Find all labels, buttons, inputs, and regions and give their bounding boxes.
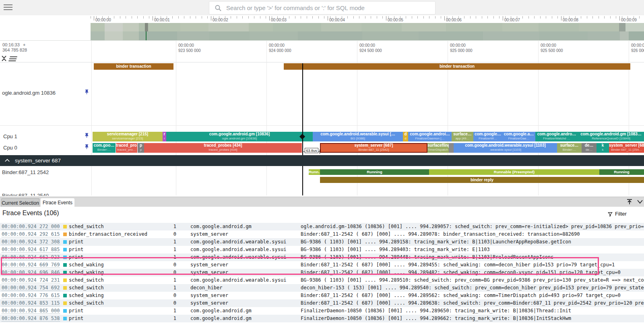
cpu-slice[interactable]: surface…app [49… xyxy=(452,132,473,141)
track-label-gm-process[interactable]: ogle.android.gm 10836 xyxy=(2,90,56,96)
menu-icon[interactable] xyxy=(4,4,12,11)
process-name: system_server xyxy=(190,299,228,307)
table-row[interactable]: 00:00:00.924 372 308print1com.google.and… xyxy=(0,238,644,246)
slice-label: surfaceflinger… xyxy=(427,143,449,148)
slice-label: Running xyxy=(599,169,644,175)
cpu-slice[interactable]: com.google.android.wearable.sysui […BG [… xyxy=(313,132,403,141)
event-args: BG-9386 ( 1103) [001] .... 994.289403: t… xyxy=(301,246,644,253)
viewport-marker[interactable] xyxy=(145,23,148,31)
table-row[interactable]: 00:00:00.924 865 000print1com.google.and… xyxy=(0,307,644,315)
thread-state-slice[interactable]: Runnable (Preempted) xyxy=(429,169,599,175)
table-row[interactable]: 00:00:00.924 617 885print1com.google.and… xyxy=(0,246,644,253)
minimap-segment xyxy=(362,31,419,40)
cpu-slice[interactable]: traced_probes [434]traced_probes [434] xyxy=(144,143,302,153)
ruler-major-tick xyxy=(619,16,620,21)
cpu-slice[interactable]: com.google…FinalizerW… xyxy=(473,132,502,141)
table-row[interactable]: 00:00:00.924 292 615binder_transaction_r… xyxy=(0,230,644,238)
overview-ruler[interactable]: 00:00:0000:00:0100:00:0200:00:0300:00:04… xyxy=(0,15,644,23)
minimap-segment xyxy=(123,31,139,40)
table-row[interactable]: 00:00:00.924 876 538print1com.google.and… xyxy=(0,315,644,322)
top-bar: Search or type '>' for commands or ':' f… xyxy=(0,0,644,15)
slice-sublabel: app [49… xyxy=(452,137,473,140)
cpu-slice[interactable]: de…de… xyxy=(582,143,597,153)
binder-reply-slice[interactable]: binder reply xyxy=(320,177,644,183)
table-row[interactable]: 00:00:00.924 669 769sched_waking0system_… xyxy=(0,261,644,269)
timestamp-link[interactable]: 00:00:00.924 617 885 xyxy=(2,246,60,253)
chevron-up-icon[interactable] xyxy=(4,158,10,164)
event-name: print xyxy=(69,246,83,253)
timestamp-link[interactable]: 00:00:00.924 776 615 xyxy=(2,292,60,299)
event-args: Binder:687_11-2542 ( 687) [000] .... 994… xyxy=(301,299,644,307)
timestamp-link[interactable]: 00:00:00.924 662 923 xyxy=(2,254,60,260)
track-options-icon[interactable] xyxy=(8,56,17,61)
cpu-slice[interactable]: com.google.androi…FinalizerDaemon [… xyxy=(408,132,452,141)
cpu-slice[interactable]: surface…Binder:… xyxy=(557,143,582,153)
cpu-slice[interactable]: com.google.android.gm [10836]ogle.androi… xyxy=(166,132,313,141)
cpu-slice[interactable]: surfaceflinger…TimerDispatch … xyxy=(427,143,449,153)
chevron-down-icon[interactable] xyxy=(637,199,643,204)
timestamp-link[interactable]: 00:00:00.924 853 115 xyxy=(2,300,60,306)
table-row[interactable]: 00:00:00.924 272 000sched_switch1com.goo… xyxy=(0,223,644,230)
binder-transaction-slice[interactable]: binder transaction xyxy=(284,63,630,70)
cpu-slice[interactable]: servicemanager [215]servicemanager [215] xyxy=(93,132,163,141)
filter-button[interactable]: Filter xyxy=(607,212,613,219)
track-label-clipped[interactable]: Binder:687_11 2540 xyxy=(2,193,49,196)
tab-current-selection[interactable]: Current Selection xyxy=(1,198,39,207)
timestamp-link[interactable]: 00:00:00.924 724 231 xyxy=(2,277,60,283)
slice-label: com.google.android.wearable.sysui [… xyxy=(313,132,403,137)
slice-label: com.google.a… xyxy=(502,132,535,137)
timestamp-link[interactable]: 00:00:00.924 865 000 xyxy=(2,307,60,314)
cpu-slice[interactable]: system_server [687]Binder:687_11 [254… xyxy=(609,143,644,153)
cpu-slice[interactable]: rr xyxy=(163,132,166,141)
cpu-slice[interactable]: com.goo…Binder:… xyxy=(93,143,116,153)
table-row[interactable]: 00:00:00.924 662 923print1com.google.and… xyxy=(0,253,644,261)
table-row[interactable]: 00:00:00.924 724 231sched_switch1com.goo… xyxy=(0,276,644,284)
search-input[interactable]: Search or type '>' for commands or ':' f… xyxy=(209,1,436,15)
table-row[interactable]: 00:00:00.924 853 115sched_switch0system_… xyxy=(0,299,644,307)
cpu-slice[interactable]: pp xyxy=(138,143,144,153)
minimap-segment xyxy=(139,31,177,40)
ruler-major-tick xyxy=(444,16,445,21)
minimap-cpu-band-bottom[interactable] xyxy=(0,31,644,40)
timestamp-link[interactable]: 00:00:00.924 696 846 xyxy=(2,269,60,276)
cpu-number: 0 xyxy=(169,299,176,307)
table-row[interactable]: 00:00:00.924 776 615sched_waking0system_… xyxy=(0,292,644,299)
track-area: binder transactionbinder transaction ogl… xyxy=(0,62,644,195)
event-args: FinalizerDaemon-10850 (10836) [001] ....… xyxy=(301,307,644,315)
minimap-segment xyxy=(209,31,250,40)
cpu-slice[interactable]: system_server [687]Binder:687_11 [2542] xyxy=(320,143,427,153)
table-row[interactable]: 00:00:00.924 754 692sched_switch1decon_h… xyxy=(0,284,644,292)
thread-state-slice[interactable]: Running xyxy=(599,169,644,175)
cpu-slice[interactable]: dd xyxy=(403,132,408,141)
event-name: print xyxy=(69,307,83,315)
binder-transaction-slice[interactable]: binder transaction xyxy=(94,63,173,70)
ruler-time-label: 00:00:05 xyxy=(388,18,403,22)
slice-sublabel: p xyxy=(138,148,144,152)
search-icon xyxy=(215,4,222,12)
timestamp-link[interactable]: 00:00:00.924 669 769 xyxy=(2,262,60,268)
cpu-slice[interactable]: traced_pro…traced_pro… xyxy=(116,143,137,153)
tab-ftrace-events[interactable]: Ftrace Events xyxy=(41,198,74,207)
pin-icon[interactable] xyxy=(84,89,90,95)
timestamp-link[interactable]: 00:00:00.924 754 692 xyxy=(2,284,60,291)
timestamp-link[interactable]: 00:00:00.924 876 538 xyxy=(2,315,60,322)
process-group-header-system-server[interactable]: system_server 687 xyxy=(0,155,644,166)
cpu-slice[interactable]: com.google.android.wearable.sysui [1103]… xyxy=(454,143,557,153)
cpu-slice[interactable]: com.google.android.gm [1083…ReferenceQue… xyxy=(578,132,644,141)
timestamp-link[interactable]: 00:00:00.924 292 615 xyxy=(2,231,60,237)
cpu-slice[interactable]: com.google.a…FinalizerDae… xyxy=(502,132,535,141)
slice-label: servicemanager [215] xyxy=(93,132,163,137)
thread-state-slice[interactable]: Runn… xyxy=(309,169,320,175)
slice-label: d xyxy=(403,132,408,137)
cpu-slice[interactable] xyxy=(449,143,454,153)
timestamp-link[interactable]: 00:00:00.924 272 000 xyxy=(2,223,60,230)
time-ruler[interactable]: 00:00:00923 500 00000:00:00924 000 00000… xyxy=(0,40,644,62)
timestamp-link[interactable]: 00:00:00.924 372 308 xyxy=(2,239,60,245)
cpu-slice[interactable]: com.google.andro…FinalizerWatchd … xyxy=(535,132,578,141)
minimap-cpu-band-top[interactable] xyxy=(0,23,644,31)
collapse-all-icon[interactable] xyxy=(1,55,7,62)
expand-panel-icon[interactable] xyxy=(626,198,633,206)
thread-state-slice[interactable]: Running xyxy=(320,169,429,175)
cpu-slice[interactable]: kk xyxy=(597,143,609,153)
table-row[interactable]: 00:00:00.924 696 846sched_waking0system_… xyxy=(0,269,644,276)
